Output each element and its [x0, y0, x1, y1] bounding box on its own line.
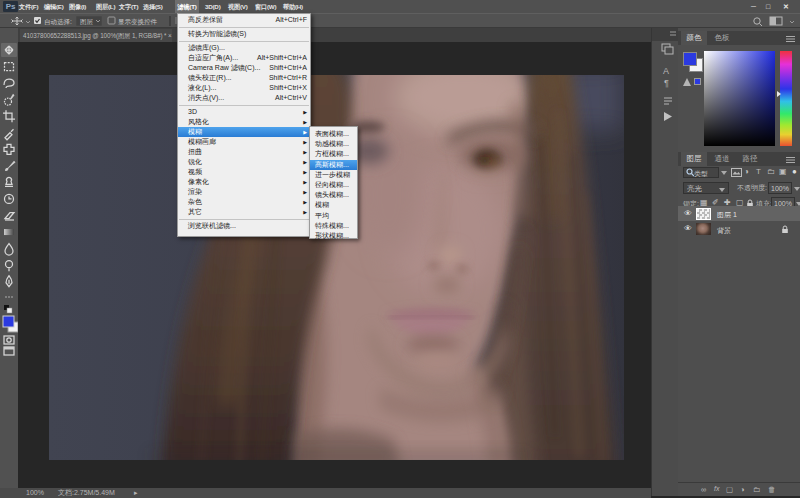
svg-text:¶: ¶ — [664, 78, 669, 88]
svg-text:A: A — [663, 66, 669, 76]
